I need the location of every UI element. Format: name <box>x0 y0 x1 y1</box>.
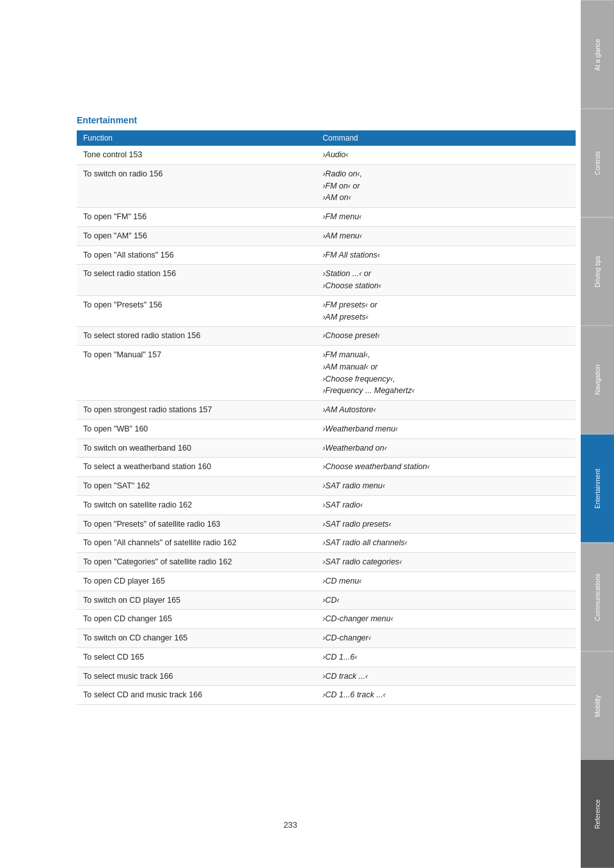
table-row: To open strongest radio stations 157›AM … <box>77 401 576 420</box>
sidebar-tab-communications[interactable]: Communications <box>581 543 614 651</box>
table-row: To switch on satellite radio 162›SAT rad… <box>77 495 576 515</box>
entertainment-table: Function Command Tone control 153›Audio‹… <box>77 130 576 705</box>
cell-command: ›CD 1...6‹ <box>316 647 576 667</box>
cell-command: ›Station ...‹ or›Choose station‹ <box>316 265 576 296</box>
cell-function: To open "FM" 156 <box>77 208 316 227</box>
cell-function: To open "Manual" 157 <box>77 346 316 401</box>
sidebar-tab-controls[interactable]: Controls <box>581 109 614 217</box>
cell-command: ›FM presets‹ or›AM presets‹ <box>316 295 576 327</box>
table-row: To open CD player 165›CD menu‹ <box>77 571 576 591</box>
cell-function: To open "All stations" 156 <box>77 245 316 265</box>
table-row: To open "WB" 160›Weatherband menu‹ <box>77 419 576 438</box>
table-row: To select a weatherband station 160›Choo… <box>77 458 576 477</box>
table-row: To switch on weatherband 160›Weatherband… <box>77 438 576 458</box>
cell-command: ›CD track ...‹ <box>316 667 576 686</box>
cell-command: ›FM manual‹,›AM manual‹ or›Choose freque… <box>316 346 576 401</box>
sidebar-tab-at-a-glance[interactable]: At a glance <box>581 0 614 109</box>
table-row: To open "Presets" 156›FM presets‹ or›AM … <box>77 295 576 327</box>
table-row: To open "All channels" of satellite radi… <box>77 534 576 553</box>
cell-command: ›Audio‹ <box>316 146 576 164</box>
table-row: To open "Categories" of satellite radio … <box>77 553 576 572</box>
cell-command: ›SAT radio menu‹ <box>316 477 576 496</box>
sidebar-tab-reference[interactable]: Reference <box>581 759 614 868</box>
table-row: To select radio station 156›Station ...‹… <box>77 265 576 296</box>
sidebar-right: At a glance Controls Driving tips Naviga… <box>581 0 614 868</box>
cell-function: To open "AM" 156 <box>77 226 316 245</box>
cell-command: ›AM menu‹ <box>316 226 576 245</box>
cell-function: To switch on CD changer 165 <box>77 629 316 648</box>
cell-function: To open "Categories" of satellite radio … <box>77 553 316 572</box>
cell-function: To select a weatherband station 160 <box>77 458 316 477</box>
cell-function: To open CD player 165 <box>77 571 316 591</box>
table-row: To select CD 165›CD 1...6‹ <box>77 647 576 667</box>
cell-function: To select CD 165 <box>77 647 316 667</box>
cell-function: To open "SAT" 162 <box>77 477 316 496</box>
cell-function: To switch on weatherband 160 <box>77 438 316 458</box>
table-row: To switch on CD changer 165›CD-changer‹ <box>77 629 576 648</box>
page-number: 233 <box>0 820 581 830</box>
cell-command: ›CD‹ <box>316 591 576 610</box>
cell-function: To open "All channels" of satellite radi… <box>77 534 316 553</box>
cell-function: To select radio station 156 <box>77 265 316 296</box>
cell-function: To open CD changer 165 <box>77 610 316 629</box>
cell-command: ›SAT radio all channels‹ <box>316 534 576 553</box>
cell-command: ›CD 1...6 track ...‹ <box>316 686 576 705</box>
table-row: To open "Manual" 157›FM manual‹,›AM manu… <box>77 346 576 401</box>
cell-command: ›SAT radio categories‹ <box>316 553 576 572</box>
table-row: To open "All stations" 156›FM All statio… <box>77 245 576 265</box>
cell-command: ›Choose weatherband station‹ <box>316 458 576 477</box>
cell-command: ›FM All stations‹ <box>316 245 576 265</box>
cell-function: To open "WB" 160 <box>77 419 316 438</box>
table-row: To select CD and music track 166›CD 1...… <box>77 686 576 705</box>
section-title: Entertainment <box>77 115 576 125</box>
cell-command: ›SAT radio‹ <box>316 495 576 515</box>
cell-command: ›Weatherband on‹ <box>316 438 576 458</box>
table-row: To open CD changer 165›CD-changer menu‹ <box>77 610 576 629</box>
sidebar-tab-entertainment[interactable]: Entertainment <box>581 434 614 543</box>
table-row: To select stored radio station 156›Choos… <box>77 327 576 346</box>
cell-function: To switch on satellite radio 162 <box>77 495 316 515</box>
cell-command: ›SAT radio presets‹ <box>316 515 576 534</box>
cell-command: ›AM Autostore‹ <box>316 401 576 420</box>
cell-command: ›CD-changer menu‹ <box>316 610 576 629</box>
table-header-row: Function Command <box>77 130 576 146</box>
cell-command: ›Radio on‹,›FM on‹ or›AM on‹ <box>316 164 576 207</box>
col-header-function: Function <box>77 130 316 146</box>
main-content: Entertainment Function Command Tone cont… <box>77 0 576 756</box>
table-row: To switch on CD player 165›CD‹ <box>77 591 576 610</box>
cell-function: To switch on CD player 165 <box>77 591 316 610</box>
sidebar-tab-driving-tips[interactable]: Driving tips <box>581 217 614 326</box>
table-row: To open "AM" 156›AM menu‹ <box>77 226 576 245</box>
cell-command: ›CD-changer‹ <box>316 629 576 648</box>
cell-function: To select music track 166 <box>77 667 316 686</box>
table-row: To select music track 166›CD track ...‹ <box>77 667 576 686</box>
cell-function: To open strongest radio stations 157 <box>77 401 316 420</box>
col-header-command: Command <box>316 130 576 146</box>
cell-function: To switch on radio 156 <box>77 164 316 207</box>
cell-command: ›CD menu‹ <box>316 571 576 591</box>
cell-function: To select CD and music track 166 <box>77 686 316 705</box>
sidebar-tab-navigation[interactable]: Navigation <box>581 325 614 434</box>
table-row: To open "FM" 156›FM menu‹ <box>77 208 576 227</box>
cell-command: ›FM menu‹ <box>316 208 576 227</box>
cell-function: Tone control 153 <box>77 146 316 164</box>
table-row: To switch on radio 156›Radio on‹,›FM on‹… <box>77 164 576 207</box>
table-row: To open "Presets" of satellite radio 163… <box>77 515 576 534</box>
cell-function: To open "Presets" of satellite radio 163 <box>77 515 316 534</box>
cell-command: ›Weatherband menu‹ <box>316 419 576 438</box>
table-row: To open "SAT" 162›SAT radio menu‹ <box>77 477 576 496</box>
cell-command: ›Choose preset‹ <box>316 327 576 346</box>
cell-function: To open "Presets" 156 <box>77 295 316 327</box>
table-row: Tone control 153›Audio‹ <box>77 146 576 164</box>
cell-function: To select stored radio station 156 <box>77 327 316 346</box>
sidebar-tab-mobility[interactable]: Mobility <box>581 651 614 760</box>
